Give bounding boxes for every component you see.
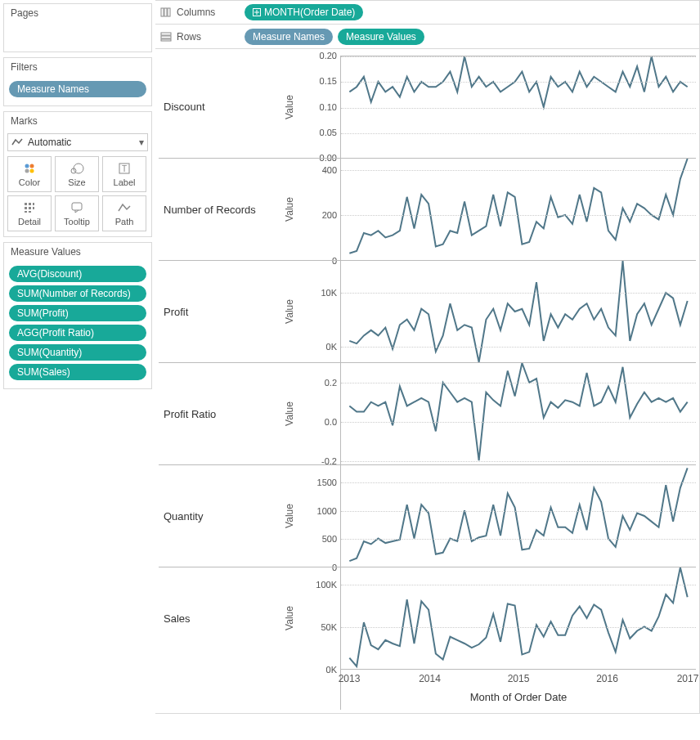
- mv-pill-2[interactable]: SUM(Profit): [9, 305, 146, 321]
- panel-header: Sales: [159, 567, 281, 669]
- rows-pill-measure-names[interactable]: Measure Names: [245, 29, 333, 45]
- y-tick: 0.20: [320, 51, 337, 61]
- dropdown-caret-icon: ▾: [139, 137, 144, 148]
- y-tick: 0K: [326, 342, 337, 352]
- panel-header: Profit Ratio: [159, 362, 281, 464]
- svg-rect-10: [33, 203, 34, 205]
- svg-rect-14: [25, 211, 27, 213]
- path-icon: [117, 200, 132, 215]
- x-axis: 20132014201520162017Month of Order Date: [340, 669, 696, 710]
- svg-point-1: [30, 164, 34, 168]
- marks-type-dropdown[interactable]: Automatic ▾: [7, 133, 148, 151]
- y-tick: 0.10: [320, 102, 337, 112]
- measure-values-shelf[interactable]: AVG(Discount)SUM(Number of Records)SUM(P…: [4, 261, 151, 388]
- x-tick: 2014: [419, 673, 441, 684]
- mv-pill-4[interactable]: SUM(Quantity): [9, 344, 146, 361]
- mark-size-button[interactable]: Size: [55, 156, 99, 192]
- y-tick: 10K: [321, 288, 337, 298]
- filters-shelf[interactable]: Measure Names: [4, 76, 151, 105]
- columns-shelf-label: Columns: [177, 7, 215, 18]
- svg-text:T: T: [122, 164, 127, 173]
- x-tick: 2013: [339, 673, 361, 684]
- y-tick: 0.2: [325, 378, 337, 388]
- plus-box-icon: [253, 8, 261, 16]
- y-axis-label: Value: [284, 504, 295, 528]
- columns-icon: [160, 7, 172, 17]
- y-tick: 400: [322, 165, 337, 175]
- mv-pill-5[interactable]: SUM(Sales): [9, 364, 146, 380]
- mv-pill-0[interactable]: AVG(Discount): [9, 266, 146, 282]
- svg-rect-12: [29, 207, 31, 209]
- svg-point-3: [30, 169, 34, 173]
- y-tick: 0.15: [320, 76, 337, 86]
- y-axis-label: Value: [284, 299, 295, 324]
- chart-panel[interactable]: [340, 362, 696, 464]
- svg-rect-24: [161, 36, 171, 38]
- mark-label-button[interactable]: TLabel: [102, 156, 146, 192]
- mark-tooltip-button[interactable]: Tooltip: [55, 195, 99, 231]
- svg-rect-15: [29, 211, 31, 213]
- svg-rect-19: [168, 8, 170, 16]
- chart-panel[interactable]: [340, 56, 696, 158]
- y-tick: 0K: [326, 665, 337, 675]
- svg-rect-25: [161, 39, 171, 41]
- svg-rect-18: [164, 8, 167, 16]
- tooltip-icon: [70, 200, 83, 215]
- line-icon: [11, 137, 23, 147]
- rows-icon: [160, 32, 172, 42]
- mv-pill-3[interactable]: AGG(Profit Ratio): [9, 325, 146, 341]
- y-tick: 50K: [321, 622, 337, 632]
- visualization-area[interactable]: DiscountValue0.200.150.100.050.00Number …: [155, 49, 700, 714]
- y-tick: 0.05: [320, 128, 337, 137]
- chart-panel[interactable]: [340, 464, 696, 567]
- y-tick: 500: [322, 534, 337, 544]
- chart-panel[interactable]: [340, 158, 696, 260]
- chart-panel[interactable]: [340, 567, 696, 669]
- marks-card-title: Marks: [4, 112, 151, 130]
- rows-shelf[interactable]: Measure Names Measure Values: [242, 27, 694, 47]
- x-tick: 2015: [508, 673, 530, 684]
- rows-shelf-label: Rows: [177, 31, 201, 43]
- marks-type-label: Automatic: [28, 137, 71, 148]
- measure-values-title: Measure Values: [4, 243, 151, 261]
- y-axis-label: Value: [284, 197, 295, 222]
- mv-pill-1[interactable]: SUM(Number of Records): [9, 285, 146, 302]
- svg-point-0: [25, 164, 29, 168]
- panel-header: Discount: [159, 56, 281, 158]
- label-icon: T: [118, 161, 131, 176]
- svg-rect-23: [161, 33, 171, 35]
- pages-shelf[interactable]: [4, 22, 151, 52]
- pages-shelf-title: Pages: [4, 4, 151, 22]
- y-tick: 200: [322, 210, 337, 220]
- svg-point-2: [25, 169, 29, 173]
- filter-pill-measure-names[interactable]: Measure Names: [9, 81, 146, 97]
- chart-panel[interactable]: [340, 260, 696, 362]
- mark-color-button[interactable]: Color: [7, 156, 52, 192]
- columns-pill-month-order-date[interactable]: MONTH(Order Date): [245, 4, 363, 20]
- y-axis-label: Value: [284, 401, 295, 426]
- svg-rect-16: [72, 203, 82, 210]
- filters-shelf-title: Filters: [4, 58, 151, 76]
- y-axis-label: Value: [284, 606, 295, 630]
- rows-pill-measure-values[interactable]: Measure Values: [338, 29, 424, 45]
- svg-rect-11: [25, 207, 27, 209]
- y-axis-label: Value: [284, 95, 295, 119]
- x-tick: 2016: [596, 673, 618, 684]
- svg-rect-9: [29, 203, 31, 205]
- x-axis-label: Month of Order Date: [470, 691, 568, 703]
- y-tick: 1000: [317, 506, 337, 516]
- detail-icon: [23, 200, 36, 215]
- svg-rect-13: [33, 207, 34, 209]
- svg-rect-8: [25, 203, 27, 205]
- y-tick: 0.0: [325, 417, 337, 427]
- x-tick: 2017: [677, 673, 699, 684]
- panel-header: Quantity: [159, 464, 281, 567]
- panel-header: Number of Records: [159, 158, 281, 260]
- panel-header: Profit: [159, 260, 281, 362]
- color-icon: [23, 161, 36, 176]
- mark-detail-button[interactable]: Detail: [7, 195, 52, 231]
- svg-rect-17: [161, 8, 164, 16]
- y-tick: 100K: [316, 580, 337, 590]
- columns-shelf[interactable]: MONTH(Order Date): [242, 2, 694, 22]
- mark-path-button[interactable]: Path: [102, 195, 146, 231]
